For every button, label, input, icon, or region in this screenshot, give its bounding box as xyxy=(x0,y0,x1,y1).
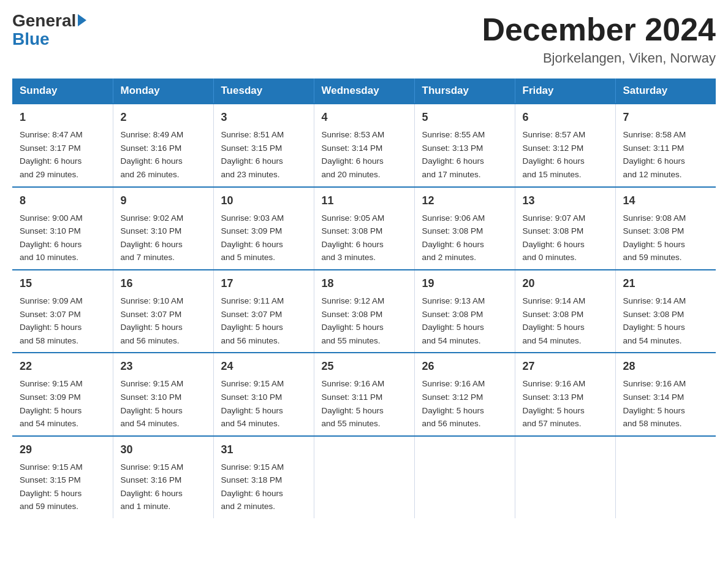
calendar-cell: 13Sunrise: 9:07 AM Sunset: 3:08 PM Dayli… xyxy=(515,187,615,270)
calendar-cell: 18Sunrise: 9:12 AM Sunset: 3:08 PM Dayli… xyxy=(314,270,414,353)
day-number: 12 xyxy=(422,193,507,209)
day-info: Sunrise: 9:11 AM Sunset: 3:07 PM Dayligh… xyxy=(221,294,306,347)
calendar-week-row: 22Sunrise: 9:15 AM Sunset: 3:09 PM Dayli… xyxy=(12,353,716,435)
header-saturday: Saturday xyxy=(615,79,716,104)
header-friday: Friday xyxy=(515,79,615,104)
day-number: 18 xyxy=(322,275,407,292)
day-number: 23 xyxy=(121,358,206,375)
calendar-cell: 10Sunrise: 9:03 AM Sunset: 3:09 PM Dayli… xyxy=(213,187,314,270)
day-info: Sunrise: 8:53 AM Sunset: 3:14 PM Dayligh… xyxy=(322,128,407,181)
logo-general-text: General xyxy=(12,12,86,29)
calendar-cell: 24Sunrise: 9:15 AM Sunset: 3:10 PM Dayli… xyxy=(213,353,314,435)
calendar-cell: 16Sunrise: 9:10 AM Sunset: 3:07 PM Dayli… xyxy=(113,270,213,353)
calendar-week-row: 15Sunrise: 9:09 AM Sunset: 3:07 PM Dayli… xyxy=(12,270,716,353)
calendar-cell: 9Sunrise: 9:02 AM Sunset: 3:10 PM Daylig… xyxy=(113,187,213,270)
day-number: 25 xyxy=(322,358,407,375)
day-info: Sunrise: 9:15 AM Sunset: 3:16 PM Dayligh… xyxy=(121,461,206,513)
logo: General Blue xyxy=(12,12,86,49)
header-sunday: Sunday xyxy=(12,79,113,104)
calendar-cell: 17Sunrise: 9:11 AM Sunset: 3:07 PM Dayli… xyxy=(213,270,314,353)
day-info: Sunrise: 9:06 AM Sunset: 3:08 PM Dayligh… xyxy=(422,212,507,264)
day-info: Sunrise: 9:16 AM Sunset: 3:14 PM Dayligh… xyxy=(623,377,709,430)
day-number: 17 xyxy=(221,275,306,292)
day-number: 24 xyxy=(221,358,306,375)
day-info: Sunrise: 9:16 AM Sunset: 3:12 PM Dayligh… xyxy=(422,377,507,430)
calendar-cell: 8Sunrise: 9:00 AM Sunset: 3:10 PM Daylig… xyxy=(12,187,113,270)
day-info: Sunrise: 9:05 AM Sunset: 3:08 PM Dayligh… xyxy=(322,212,407,264)
calendar-cell: 20Sunrise: 9:14 AM Sunset: 3:08 PM Dayli… xyxy=(515,270,615,353)
day-number: 19 xyxy=(422,275,507,292)
day-number: 7 xyxy=(623,109,709,126)
day-number: 9 xyxy=(121,193,206,209)
calendar-table: SundayMondayTuesdayWednesdayThursdayFrid… xyxy=(12,79,716,518)
day-info: Sunrise: 9:13 AM Sunset: 3:08 PM Dayligh… xyxy=(422,294,507,347)
calendar-cell: 5Sunrise: 8:55 AM Sunset: 3:13 PM Daylig… xyxy=(414,104,515,186)
calendar-cell xyxy=(414,436,515,518)
day-number: 26 xyxy=(422,358,507,375)
day-info: Sunrise: 8:51 AM Sunset: 3:15 PM Dayligh… xyxy=(221,128,306,181)
day-info: Sunrise: 9:03 AM Sunset: 3:09 PM Dayligh… xyxy=(221,212,306,264)
day-info: Sunrise: 9:09 AM Sunset: 3:07 PM Dayligh… xyxy=(20,294,105,347)
calendar-cell: 6Sunrise: 8:57 AM Sunset: 3:12 PM Daylig… xyxy=(515,104,615,186)
calendar-cell: 3Sunrise: 8:51 AM Sunset: 3:15 PM Daylig… xyxy=(213,104,314,186)
calendar-cell: 22Sunrise: 9:15 AM Sunset: 3:09 PM Dayli… xyxy=(12,353,113,435)
calendar-cell: 29Sunrise: 9:15 AM Sunset: 3:15 PM Dayli… xyxy=(12,436,113,518)
calendar-week-row: 8Sunrise: 9:00 AM Sunset: 3:10 PM Daylig… xyxy=(12,187,716,270)
day-number: 4 xyxy=(322,109,407,126)
header-tuesday: Tuesday xyxy=(213,79,314,104)
calendar-cell: 1Sunrise: 8:47 AM Sunset: 3:17 PM Daylig… xyxy=(12,104,113,186)
day-info: Sunrise: 9:14 AM Sunset: 3:08 PM Dayligh… xyxy=(523,294,608,347)
day-info: Sunrise: 9:15 AM Sunset: 3:10 PM Dayligh… xyxy=(121,377,206,430)
day-number: 29 xyxy=(20,442,105,458)
month-title: December 2024 xyxy=(482,12,716,47)
day-info: Sunrise: 8:47 AM Sunset: 3:17 PM Dayligh… xyxy=(20,128,105,181)
day-info: Sunrise: 9:15 AM Sunset: 3:09 PM Dayligh… xyxy=(20,377,105,430)
logo-triangle-icon xyxy=(78,14,86,26)
calendar-header-row: SundayMondayTuesdayWednesdayThursdayFrid… xyxy=(12,79,716,104)
day-number: 21 xyxy=(623,275,709,292)
day-number: 6 xyxy=(523,109,608,126)
calendar-cell: 2Sunrise: 8:49 AM Sunset: 3:16 PM Daylig… xyxy=(113,104,213,186)
calendar-week-row: 29Sunrise: 9:15 AM Sunset: 3:15 PM Dayli… xyxy=(12,436,716,518)
day-info: Sunrise: 9:15 AM Sunset: 3:15 PM Dayligh… xyxy=(20,461,105,513)
day-number: 13 xyxy=(523,193,608,209)
day-info: Sunrise: 9:02 AM Sunset: 3:10 PM Dayligh… xyxy=(121,212,206,264)
location-text: Bjorkelangen, Viken, Norway xyxy=(482,50,716,66)
day-info: Sunrise: 9:16 AM Sunset: 3:13 PM Dayligh… xyxy=(523,377,608,430)
day-number: 2 xyxy=(121,109,206,126)
day-info: Sunrise: 9:14 AM Sunset: 3:08 PM Dayligh… xyxy=(623,294,709,347)
calendar-cell xyxy=(515,436,615,518)
day-info: Sunrise: 9:07 AM Sunset: 3:08 PM Dayligh… xyxy=(523,212,608,264)
day-info: Sunrise: 9:15 AM Sunset: 3:10 PM Dayligh… xyxy=(221,377,306,430)
day-number: 11 xyxy=(322,193,407,209)
header-wednesday: Wednesday xyxy=(314,79,414,104)
day-number: 5 xyxy=(422,109,507,126)
title-block: December 2024 Bjorkelangen, Viken, Norwa… xyxy=(482,12,716,66)
day-number: 22 xyxy=(20,358,105,375)
day-number: 8 xyxy=(20,193,105,209)
day-number: 27 xyxy=(523,358,608,375)
page-header: General Blue December 2024 Bjorkelangen,… xyxy=(12,12,716,66)
calendar-cell: 30Sunrise: 9:15 AM Sunset: 3:16 PM Dayli… xyxy=(113,436,213,518)
calendar-cell: 27Sunrise: 9:16 AM Sunset: 3:13 PM Dayli… xyxy=(515,353,615,435)
logo-blue-text: Blue xyxy=(12,29,50,49)
calendar-cell: 21Sunrise: 9:14 AM Sunset: 3:08 PM Dayli… xyxy=(615,270,716,353)
day-number: 30 xyxy=(121,442,206,458)
day-number: 15 xyxy=(20,275,105,292)
calendar-cell: 4Sunrise: 8:53 AM Sunset: 3:14 PM Daylig… xyxy=(314,104,414,186)
day-info: Sunrise: 9:08 AM Sunset: 3:08 PM Dayligh… xyxy=(623,212,709,264)
day-info: Sunrise: 9:00 AM Sunset: 3:10 PM Dayligh… xyxy=(20,212,105,264)
day-info: Sunrise: 8:49 AM Sunset: 3:16 PM Dayligh… xyxy=(121,128,206,181)
calendar-cell xyxy=(615,436,716,518)
day-info: Sunrise: 8:58 AM Sunset: 3:11 PM Dayligh… xyxy=(623,128,709,181)
day-number: 31 xyxy=(221,442,306,458)
day-info: Sunrise: 8:57 AM Sunset: 3:12 PM Dayligh… xyxy=(523,128,608,181)
day-info: Sunrise: 9:16 AM Sunset: 3:11 PM Dayligh… xyxy=(322,377,407,430)
day-number: 28 xyxy=(623,358,709,375)
calendar-cell: 15Sunrise: 9:09 AM Sunset: 3:07 PM Dayli… xyxy=(12,270,113,353)
calendar-cell: 7Sunrise: 8:58 AM Sunset: 3:11 PM Daylig… xyxy=(615,104,716,186)
calendar-cell: 28Sunrise: 9:16 AM Sunset: 3:14 PM Dayli… xyxy=(615,353,716,435)
calendar-cell: 19Sunrise: 9:13 AM Sunset: 3:08 PM Dayli… xyxy=(414,270,515,353)
calendar-cell: 23Sunrise: 9:15 AM Sunset: 3:10 PM Dayli… xyxy=(113,353,213,435)
day-info: Sunrise: 9:10 AM Sunset: 3:07 PM Dayligh… xyxy=(121,294,206,347)
